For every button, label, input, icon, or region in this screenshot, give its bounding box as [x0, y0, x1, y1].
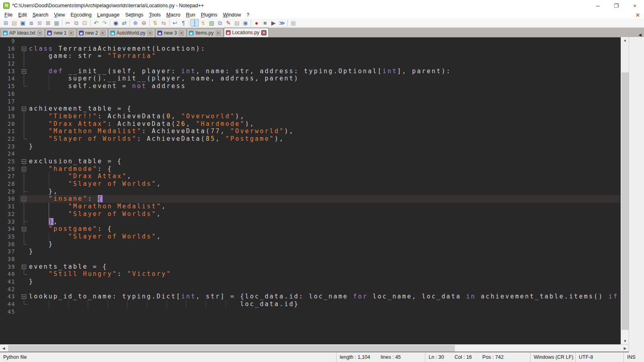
fold-collapse-icon[interactable] [19, 263, 29, 271]
code-line-13[interactable]: 13 def __init__(self, player: int, name:… [0, 68, 621, 75]
zoom-out-icon[interactable]: ⊖ [140, 19, 148, 27]
horizontal-scrollbar-thumb[interactable] [8, 345, 455, 352]
code-line-38[interactable]: 38 [0, 255, 621, 263]
code-line-42[interactable]: 42 [0, 286, 621, 293]
menu-item-view[interactable]: View [51, 12, 68, 18]
code-line-29[interactable]: 29 }, [0, 188, 621, 195]
menu-item-tools[interactable]: Tools [146, 12, 163, 18]
close-button[interactable]: × [625, 0, 644, 11]
scroll-down-icon[interactable]: ▼ [621, 338, 629, 344]
code-line-9[interactable]: 9 [0, 37, 621, 45]
code-line-31[interactable]: 31 "Marathon Medalist", [0, 203, 621, 210]
minimize-button[interactable]: ─ [588, 0, 607, 11]
code-line-20[interactable]: 20 "Drax Attax": AchieveData(26, "Hardmo… [0, 120, 621, 128]
scroll-right-icon[interactable]: ▶ [621, 345, 629, 352]
menu-item-plugins[interactable]: Plugins [198, 12, 220, 18]
tab-close-icon[interactable]: ✕ [179, 31, 184, 36]
tab-new-1[interactable]: new 1✕ [45, 29, 76, 37]
code-line-10[interactable]: 10class TerrariaAchievement(Location): [0, 45, 621, 53]
code-line-17[interactable]: 17 [0, 98, 621, 105]
code-line-21[interactable]: 21 "Marathon Medalist": AchieveData(77, … [0, 128, 621, 135]
tab-close-icon[interactable]: ✕ [261, 30, 266, 35]
menu-item-search[interactable]: Search [30, 12, 52, 18]
code-editor[interactable]: 910class TerrariaAchievement(Location):1… [0, 37, 621, 344]
menu-item-macro[interactable]: Macro [163, 12, 183, 18]
menu-item-run[interactable]: Run [183, 12, 198, 18]
tab-ap-ideas-txt[interactable]: AP Ideas.txt✕ [1, 29, 45, 37]
tab-close-icon[interactable]: ✕ [37, 31, 42, 36]
zoom-in-icon[interactable]: ⊕ [131, 19, 140, 27]
tab-items-py[interactable]: Items.py✕ [187, 29, 223, 37]
macro-run-multiple-icon[interactable]: ≫ [278, 19, 286, 27]
code-line-23[interactable]: 23} [0, 143, 621, 150]
fold-collapse-icon[interactable] [19, 195, 29, 203]
tab-autoworld-py[interactable]: AutoWorld.py✕ [108, 29, 155, 37]
word-wrap-icon[interactable]: ↩ [171, 19, 179, 27]
menu-item-language[interactable]: Language [94, 12, 122, 18]
redo-icon[interactable]: ↷ [100, 19, 109, 27]
menu-close-document-icon[interactable]: ✕ [636, 12, 640, 18]
horizontal-scrollbar[interactable]: ◀ ▶ [0, 344, 629, 352]
code-line-43[interactable]: 43lookup_id_to_name: typing.Dict[int, st… [0, 293, 621, 300]
restore-button[interactable]: ❐ [607, 0, 625, 11]
code-line-18[interactable]: 18achievement_table = { [0, 105, 621, 113]
fold-collapse-icon[interactable] [19, 165, 29, 173]
code-line-16[interactable]: 16 [0, 90, 621, 98]
tab-close-icon[interactable]: ✕ [100, 31, 105, 36]
undo-icon[interactable]: ↶ [92, 19, 100, 27]
indent-guide-icon[interactable]: ┆ [190, 19, 199, 27]
tab-locations-py[interactable]: Locations.py✕ [224, 28, 269, 37]
document-list-icon[interactable]: ⧉ [216, 19, 224, 27]
tab-new-3[interactable]: new 3✕ [155, 29, 186, 37]
menu-item-window[interactable]: Window [220, 12, 244, 18]
vertical-scrollbar-thumb[interactable] [621, 72, 629, 330]
vertical-scrollbar[interactable]: ▲ ▼ [621, 37, 629, 344]
code-line-28[interactable]: 28 "Slayer of Worlds", [0, 180, 621, 188]
fold-collapse-icon[interactable] [19, 105, 29, 113]
save-all-icon[interactable]: ⧈ [27, 19, 35, 27]
code-line-11[interactable]: 11 game: str = "Terraria" [0, 52, 621, 60]
tab-close-icon[interactable]: ✕ [216, 31, 221, 36]
copy-icon[interactable]: ⧉ [72, 19, 80, 27]
file-monitoring-icon[interactable]: ◉ [241, 19, 250, 27]
code-line-15[interactable]: 15 self.event = not address [0, 82, 621, 90]
tab-close-icon[interactable]: ✕ [69, 31, 74, 36]
code-line-22[interactable]: 22 "Slayer of Worlds": AchieveData(85, "… [0, 135, 621, 143]
code-line-25[interactable]: 25exclusion_table = { [0, 158, 621, 165]
fold-collapse-icon[interactable] [19, 68, 29, 75]
fold-collapse-icon[interactable] [19, 45, 29, 53]
find-icon[interactable]: ◉ [111, 19, 120, 27]
macro-save-icon[interactable]: ▦ [289, 19, 297, 27]
code-line-35[interactable]: 35 "Slayer of Worlds", [0, 233, 621, 241]
sync-vertical-icon[interactable]: ⇅ [151, 19, 159, 27]
tab-scroll-left-icon[interactable]: ◀ [638, 33, 642, 37]
open-file-icon[interactable]: ▤ [10, 19, 19, 27]
document-map-icon[interactable]: ▧ [207, 19, 216, 27]
code-line-24[interactable]: 24 [0, 150, 621, 158]
macro-play-icon[interactable]: ▶ [269, 19, 278, 27]
macro-record-icon[interactable]: ● [252, 19, 261, 27]
show-all-chars-icon[interactable]: ¶ [179, 19, 188, 27]
code-line-44[interactable]: 44 loc_data.id} [0, 300, 621, 308]
code-line-26[interactable]: 26 "hardmode": { [0, 165, 621, 173]
folder-workspace-icon[interactable]: ▤ [233, 19, 241, 27]
tab-new-2[interactable]: new 2✕ [77, 29, 108, 37]
cut-icon[interactable]: ✂ [64, 19, 72, 27]
print-icon[interactable]: ▦ [52, 19, 61, 27]
code-line-27[interactable]: 27 "Drax Attax", [0, 173, 621, 180]
new-file-icon[interactable]: ⊞ [2, 19, 10, 27]
code-line-14[interactable]: 14 super().__init__(player, name, addres… [0, 75, 621, 82]
code-line-34[interactable]: 34 "postgame": { [0, 225, 621, 233]
code-line-45[interactable]: 45 [0, 308, 621, 316]
scroll-left-icon[interactable]: ◀ [0, 345, 7, 352]
fold-collapse-icon[interactable] [19, 158, 29, 165]
fold-collapse-icon[interactable] [19, 293, 29, 300]
code-line-36[interactable]: 36 } [0, 241, 621, 248]
edit-macro-icon[interactable]: ✎ [224, 19, 233, 27]
code-line-40[interactable]: 40 "Still Hungry": "Victory" [0, 270, 621, 278]
tab-close-icon[interactable]: ✕ [147, 31, 153, 36]
code-line-39[interactable]: 39events_table = { [0, 263, 621, 271]
paste-icon[interactable]: ⊡ [80, 19, 89, 27]
save-file-icon[interactable]: ▣ [19, 19, 27, 27]
scroll-up-icon[interactable]: ▲ [621, 37, 629, 43]
